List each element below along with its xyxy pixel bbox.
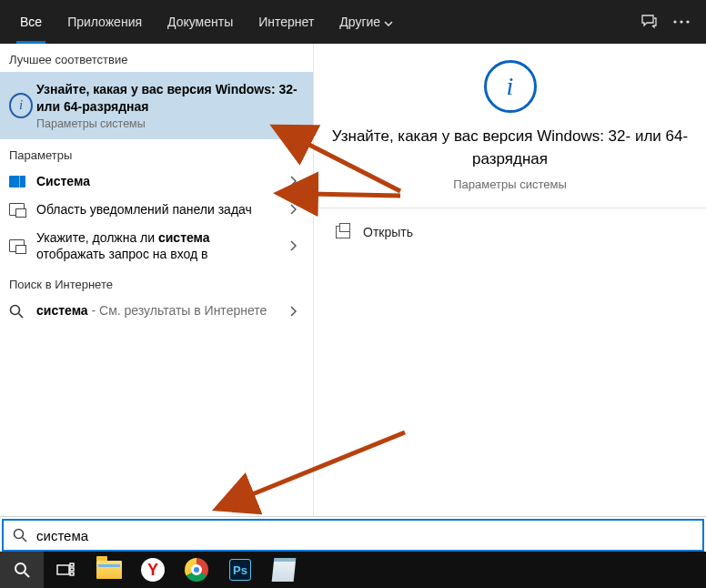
svg-rect-11	[70, 568, 74, 571]
svg-point-5	[15, 530, 24, 539]
taskbar-app-yandex[interactable]: Y	[131, 552, 175, 588]
tab-more[interactable]: Другие	[327, 0, 406, 44]
open-action[interactable]: Открыть	[314, 218, 706, 247]
chevron-right-icon	[282, 204, 304, 215]
taskbar-settings-icon	[9, 203, 33, 216]
feedback-icon[interactable]	[640, 14, 657, 30]
signin-settings-icon	[9, 239, 33, 252]
open-label: Открыть	[363, 225, 413, 239]
result-preview-pane: i Узнайте, какая у вас версия Windows: 3…	[313, 44, 706, 516]
taskbar-search-button[interactable]	[0, 552, 44, 588]
search-bar[interactable]	[2, 519, 704, 552]
info-icon: i	[9, 93, 33, 118]
result-title: Укажите, должна ли система отображать за…	[36, 229, 282, 264]
svg-rect-10	[70, 563, 74, 566]
best-match-result[interactable]: i Узнайте, какая у вас версия Windows: 3…	[0, 72, 313, 139]
display-settings-icon	[9, 176, 33, 188]
results-list: Лучшее соответствие i Узнайте, какая у в…	[0, 44, 313, 516]
search-icon	[9, 528, 31, 542]
svg-point-2	[686, 20, 689, 23]
search-results-area: Лучшее соответствие i Узнайте, какая у в…	[0, 44, 706, 517]
tab-internet[interactable]: Интернет	[246, 0, 327, 44]
more-options-icon[interactable]	[673, 20, 690, 24]
search-filter-tabs: Все Приложения Документы Интернет Другие	[0, 0, 706, 44]
tab-documents[interactable]: Документы	[155, 0, 246, 44]
chevron-right-icon	[282, 240, 304, 251]
taskbar-taskview-button[interactable]	[44, 552, 87, 588]
search-input[interactable]	[31, 528, 697, 543]
svg-line-4	[19, 313, 24, 318]
taskbar-app-photoshop[interactable]: Ps	[218, 552, 262, 588]
settings-result-signin-prompt[interactable]: Укажите, должна ли система отображать за…	[0, 224, 313, 269]
section-web-search: Поиск в Интернете	[0, 269, 313, 297]
taskbar: Y Ps	[0, 552, 706, 588]
chevron-right-icon	[282, 306, 304, 317]
svg-rect-9	[57, 565, 69, 574]
taskbar-app-notepad[interactable]	[262, 552, 306, 588]
web-search-result[interactable]: система - См. результаты в Интернете	[0, 297, 313, 325]
svg-point-3	[11, 305, 20, 314]
svg-line-8	[25, 573, 29, 577]
settings-result-system[interactable]: Система	[0, 167, 313, 196]
chevron-down-icon	[384, 15, 393, 29]
section-best-match: Лучшее соответствие	[0, 44, 313, 72]
info-icon: i	[484, 60, 537, 113]
result-title: Система	[36, 173, 282, 190]
svg-point-7	[15, 563, 25, 573]
result-title: система - См. результаты в Интернете	[36, 302, 282, 319]
open-icon	[336, 226, 350, 238]
tab-all[interactable]: Все	[7, 0, 55, 44]
best-match-title: Узнайте, какая у вас версия Windows: 32-…	[36, 81, 304, 116]
divider	[314, 208, 706, 208]
svg-line-6	[23, 538, 27, 542]
best-match-subtitle: Параметры системы	[36, 117, 304, 130]
search-icon	[9, 304, 33, 319]
svg-point-0	[673, 20, 676, 23]
section-settings: Параметры	[0, 139, 313, 167]
taskbar-app-explorer[interactable]	[87, 552, 131, 588]
result-title: Область уведомлений панели задач	[36, 201, 282, 218]
tab-more-label: Другие	[339, 15, 380, 29]
svg-rect-12	[70, 573, 74, 575]
settings-result-notification-area[interactable]: Область уведомлений панели задач	[0, 196, 313, 224]
chevron-right-icon	[282, 176, 304, 187]
preview-subtitle: Параметры системы	[314, 177, 706, 191]
preview-title: Узнайте, какая у вас версия Windows: 32-…	[314, 126, 706, 170]
taskbar-app-chrome[interactable]	[175, 552, 218, 588]
tab-apps[interactable]: Приложения	[55, 0, 155, 44]
svg-point-1	[680, 20, 682, 23]
